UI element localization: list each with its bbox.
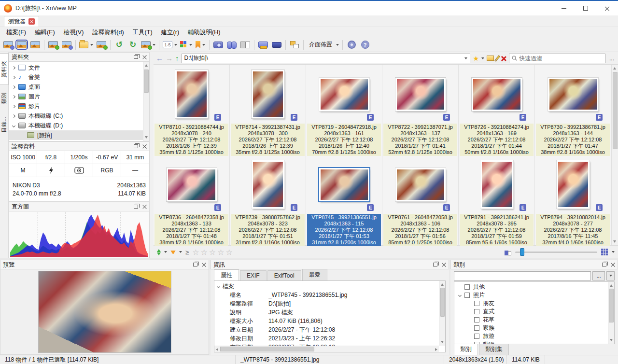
thumbnail-size-icon[interactable]: [505, 249, 511, 255]
close-panel-icon[interactable]: [142, 205, 147, 209]
color-label-button[interactable]: [179, 39, 193, 51]
tag-button[interactable]: [194, 39, 207, 51]
info-tab-0[interactable]: 屬性: [214, 269, 239, 281]
checkbox[interactable]: [474, 334, 479, 339]
rating-button[interactable]: 1-5: [162, 39, 178, 51]
scroll-thumb[interactable]: [440, 288, 445, 317]
checkbox[interactable]: [464, 284, 470, 290]
float-panel-icon[interactable]: [602, 263, 606, 266]
folder-tree-button[interactable]: [288, 39, 301, 51]
view-mode-icon[interactable]: [601, 249, 608, 255]
close-button[interactable]: [596, 1, 618, 15]
folder-item[interactable]: 圖片: [9, 92, 149, 101]
scroll-thumb[interactable]: [144, 70, 149, 93]
slideshow-button[interactable]: [29, 39, 42, 51]
menu-item-2[interactable]: 檢視(V): [59, 28, 88, 38]
info-tab-1[interactable]: EXIF: [240, 270, 267, 280]
info-tab-3[interactable]: 最愛: [302, 269, 327, 280]
category-tab-0[interactable]: 類別: [454, 343, 478, 355]
copy-info-button[interactable]: [60, 39, 73, 51]
back-button[interactable]: ←: [156, 55, 163, 62]
sort-dropdown-icon[interactable]: [164, 251, 167, 253]
transform-button[interactable]: [140, 39, 156, 51]
info-vertical-scrollbar[interactable]: [439, 281, 445, 346]
float-panel-icon[interactable]: [134, 55, 138, 59]
browse-button[interactable]: [2, 39, 14, 51]
category-item[interactable]: 朋友: [454, 299, 614, 308]
close-panel-icon[interactable]: [142, 144, 147, 149]
info-row[interactable]: 檔名_WTP8745 - 39921386551.jpg: [216, 291, 438, 299]
filter-button[interactable]: [170, 251, 176, 254]
info-row[interactable]: 檔案路徑D:\[旅拍]: [216, 299, 438, 308]
star-icon[interactable]: ☆: [200, 248, 208, 257]
tab-close-icon[interactable]: [28, 18, 35, 25]
category-item[interactable]: 家族: [454, 324, 614, 332]
menu-item-5[interactable]: 建立(r): [157, 28, 184, 38]
category-tab-1[interactable]: 類別集: [479, 343, 509, 355]
minimize-button[interactable]: [553, 1, 575, 15]
checkbox[interactable]: [474, 325, 479, 331]
thumbnail-size-slider[interactable]: [515, 248, 597, 256]
view-mode-dropdown-icon[interactable]: [612, 251, 615, 253]
thumbnail-cell[interactable]: EVTP8730 - 39921386781.jp2048x1363 - 144…: [535, 65, 611, 155]
menu-item-4[interactable]: 工具(T): [128, 28, 157, 38]
checkbox[interactable]: [474, 301, 479, 306]
help-button[interactable]: ?: [359, 39, 371, 51]
rotate-cw-button[interactable]: ↻: [126, 39, 139, 51]
favorites-dropdown-icon[interactable]: [481, 57, 484, 59]
quick-filter-box[interactable]: [509, 54, 605, 63]
close-panel-icon[interactable]: [442, 263, 446, 267]
menu-item-6[interactable]: 輔助說明(H): [183, 28, 225, 38]
thumbnail-cell[interactable]: EVTP8722 - 39921387071.jp2048x1363 - 137…: [382, 65, 459, 155]
delete-button[interactable]: [501, 56, 506, 61]
star-icon[interactable]: ☆: [226, 248, 233, 257]
edit-path-button[interactable]: [494, 55, 500, 61]
folders-scrollbar[interactable]: [143, 62, 149, 141]
open-folder-button[interactable]: [78, 39, 94, 51]
panel-splitter[interactable]: [150, 52, 154, 258]
rating-stars[interactable]: ☆☆☆☆☆: [192, 248, 233, 257]
maximize-button[interactable]: [575, 1, 596, 15]
float-panel-icon[interactable]: [134, 144, 138, 148]
thumbnail-cell[interactable]: EVTP8794 - 39210882014.jp2048x3078 - 277…: [535, 155, 611, 245]
folder-item[interactable]: 文件: [9, 63, 149, 72]
checkbox[interactable]: [474, 309, 479, 314]
star-icon[interactable]: ☆: [217, 248, 225, 257]
float-panel-icon[interactable]: [193, 263, 197, 266]
checkbox[interactable]: [474, 317, 479, 322]
scan-button[interactable]: [270, 39, 283, 51]
layout-button[interactable]: 介面佈置: [306, 39, 340, 51]
capture-button[interactable]: [212, 39, 225, 51]
thumbnail-cell[interactable]: EVTP8710 - 39210884744.jp2048x3078 - 240…: [154, 65, 230, 155]
categories-scrollbar[interactable]: [608, 282, 614, 344]
sort-button[interactable]: [157, 249, 161, 255]
folder-item[interactable]: 影片: [9, 101, 149, 111]
new-folder-button[interactable]: [487, 56, 494, 61]
info-row[interactable]: 建立日期2026/2/27 - 下午 12:12:08: [216, 325, 438, 334]
batch-convert-button[interactable]: [95, 39, 108, 51]
quick-filter-input[interactable]: [519, 55, 603, 62]
menu-item-3[interactable]: 詮釋資料(d): [88, 28, 128, 38]
category-search-input[interactable]: [454, 271, 591, 280]
category-item[interactable]: 照片: [454, 291, 614, 299]
compare-button[interactable]: [239, 39, 252, 51]
menu-item-0[interactable]: 檔案(F): [2, 28, 30, 38]
scroll-thumb[interactable]: [609, 289, 614, 322]
category-item[interactable]: 直式: [454, 308, 614, 316]
float-panel-icon[interactable]: [433, 263, 437, 266]
up-button[interactable]: ↑: [175, 55, 179, 62]
address-more-button[interactable]: ...: [608, 55, 616, 62]
print-button[interactable]: [257, 39, 269, 51]
info-row[interactable]: 修改日期2021/3/23 - 上午 12:26:32: [216, 334, 438, 343]
side-tab-categories[interactable]: 類別: [0, 87, 9, 109]
folder-item[interactable]: [旅拍]: [9, 130, 149, 140]
thumbnail-cell[interactable]: EVTP8714 - 39921387431.jp2048x3078 - 300…: [230, 65, 306, 155]
thumbnail-cell[interactable]: EVTP8726 - 39210884274.jp2048x1363 - 169…: [459, 65, 535, 155]
folder-item[interactable]: 本機磁碟 (D:): [9, 121, 149, 130]
checkbox[interactable]: [464, 293, 470, 298]
category-item[interactable]: 其他: [454, 283, 614, 291]
search-button[interactable]: [225, 39, 238, 51]
filter-dropdown-icon[interactable]: [179, 251, 182, 253]
forward-button[interactable]: →: [166, 55, 173, 62]
checkbox[interactable]: [474, 342, 479, 344]
